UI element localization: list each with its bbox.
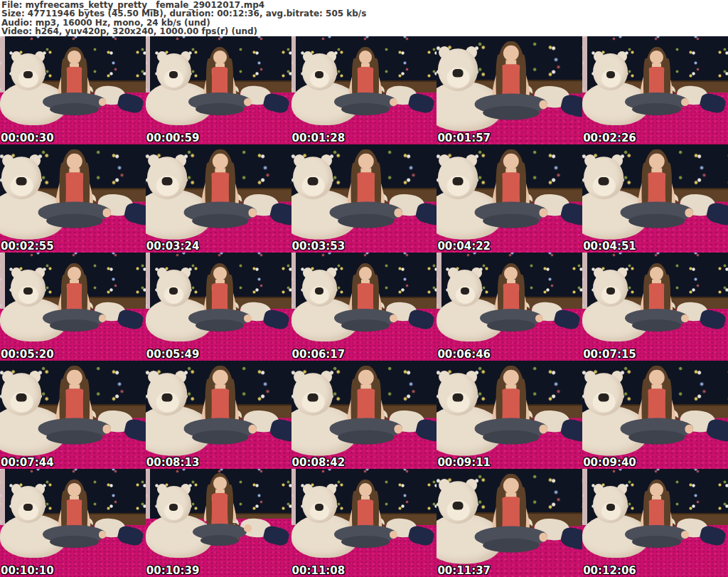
person-figure [474, 472, 548, 577]
person-figure [333, 263, 397, 358]
thumbnail-image [291, 36, 437, 144]
person-legs-shadow [483, 430, 540, 445]
timestamp-label: 00:04:51 [583, 241, 636, 252]
person-head [213, 51, 227, 64]
thumbnail-grid: 00:00:30 [0, 36, 728, 577]
person-hair-strand-left [206, 485, 212, 529]
thumbnail-image [146, 469, 291, 577]
person-head [650, 483, 663, 497]
video-thumbnail: 00:04:22 [437, 144, 582, 253]
bear-nose [16, 394, 26, 403]
video-thumbnail: 00:06:46 [437, 253, 582, 361]
person-figure [474, 40, 548, 144]
person-foot [394, 208, 402, 217]
video-thumbnail: 00:09:11 [437, 361, 582, 469]
thumbnail-image [0, 36, 146, 144]
video-thumbnail: 00:05:49 [146, 253, 291, 361]
timestamp-label: 00:00:30 [1, 133, 54, 144]
timestamp-label: 00:08:42 [292, 457, 346, 468]
timestamp-label: 00:04:22 [437, 241, 491, 252]
person-legs-shadow [483, 539, 540, 553]
thumbnail-image [0, 144, 146, 253]
person-figure [479, 263, 543, 358]
person-legs-shadow [338, 430, 394, 445]
person-legs-shadow [50, 319, 98, 332]
person-head [213, 369, 228, 385]
person-figure [620, 364, 694, 469]
video-thumbnail: 00:10:39 [146, 469, 291, 577]
timestamp-label: 00:10:10 [1, 566, 54, 576]
person-legs-shadow [196, 103, 244, 115]
timestamp-label: 00:06:17 [292, 349, 346, 360]
person-foot [102, 208, 111, 217]
bear-nose [162, 394, 172, 403]
video-thumbnail: 00:09:40 [582, 361, 728, 469]
thumbnail-image [146, 253, 291, 361]
person-figure [333, 479, 397, 574]
bear-nose [23, 71, 32, 78]
person-legs-shadow [341, 103, 390, 115]
person-figure [329, 364, 403, 469]
video-thumbnail: 00:01:28 [291, 36, 437, 144]
timestamp-label: 00:01:57 [437, 133, 491, 144]
thumbnail-image [582, 36, 728, 144]
timestamp-label: 00:09:11 [437, 457, 491, 468]
video-thumbnail: 00:10:10 [0, 469, 146, 577]
media-info-header: File: myfreecams_ketty_pretty__female_29… [0, 0, 728, 36]
video-thumbnail: 00:03:53 [291, 144, 437, 253]
person-foot [390, 531, 397, 539]
timestamp-label: 00:02:26 [583, 133, 636, 144]
person-foot [390, 314, 397, 322]
person-legs-shadow [632, 536, 680, 548]
video-thumbnail: 00:03:24 [146, 144, 291, 253]
timestamp-label: 00:02:55 [1, 241, 54, 252]
bear-nose [453, 178, 463, 186]
video-thumbnail: 00:05:20 [0, 253, 146, 361]
person-foot [540, 533, 548, 541]
video-thumbnail: 00:11:08 [291, 469, 437, 577]
person-figure [188, 46, 252, 142]
bear-nose [23, 287, 32, 295]
bear-nose [315, 71, 323, 78]
video-thumbnail: 00:02:55 [0, 144, 146, 253]
file-size-line: Size: 47711946 bytes (45.50 MiB), durati… [1, 9, 728, 18]
timestamp-label: 00:05:49 [146, 349, 200, 360]
timestamp-label: 00:11:37 [437, 566, 491, 576]
video-thumbnail: 00:04:51 [582, 144, 728, 253]
thumbnail-image [291, 361, 437, 469]
video-thumbnail: 00:07:44 [0, 361, 146, 469]
timestamp-label: 00:07:44 [1, 457, 54, 468]
bear-nose [308, 394, 318, 403]
person-legs-shadow [50, 536, 98, 548]
person-figure [474, 364, 548, 469]
person-figure [625, 46, 689, 142]
bear-nose [599, 178, 609, 186]
person-foot [244, 98, 252, 106]
person-legs-shadow [629, 214, 685, 228]
person-foot [248, 425, 257, 433]
person-hair-strand-right [228, 485, 233, 529]
bear-nose [599, 394, 609, 403]
person-legs-shadow [487, 319, 535, 332]
person-figure [183, 364, 257, 469]
person-foot [248, 208, 257, 217]
person-foot [540, 208, 548, 217]
person-head [213, 267, 227, 280]
person-foot [99, 531, 107, 539]
bear-nose [315, 287, 323, 295]
person-legs-shadow [483, 214, 540, 228]
video-thumbnail: 00:12:06 [582, 469, 728, 577]
bear-nose [461, 287, 469, 295]
person-foot [540, 100, 548, 109]
person-figure [333, 46, 397, 142]
person-legs-shadow [338, 214, 394, 228]
bear-nose [23, 504, 32, 511]
bear-nose [16, 178, 26, 186]
person-foot [244, 524, 252, 532]
timestamp-label: 00:00:59 [146, 133, 200, 144]
thumbnail-image [437, 361, 582, 469]
thumbnail-image [437, 253, 582, 361]
timestamp-label: 00:03:24 [146, 241, 200, 252]
person-legs-shadow [200, 535, 239, 546]
person-foot [681, 98, 689, 106]
